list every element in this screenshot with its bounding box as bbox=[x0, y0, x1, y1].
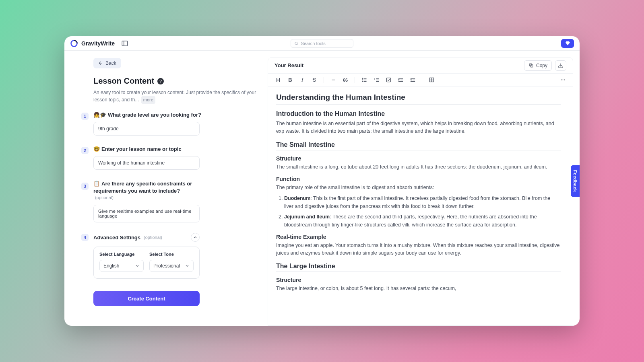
search-icon bbox=[294, 41, 299, 46]
svg-point-14 bbox=[362, 80, 363, 80]
doc-paragraph: The small intestine is a long, co tube a… bbox=[276, 163, 561, 171]
main-body: Back Lesson Content ? An easy tool to cr… bbox=[64, 51, 580, 326]
lesson-topic-input[interactable]: Working of the human intestine bbox=[93, 156, 200, 170]
doc-h3-rte: Real-time Example bbox=[276, 234, 561, 240]
ordered-list-icon bbox=[374, 77, 380, 83]
doc-paragraph: Imagine you eat an apple. Your stomach t… bbox=[276, 242, 561, 257]
svg-rect-1 bbox=[122, 41, 128, 46]
constraints-input[interactable]: Give me realtime examples and use real-t… bbox=[93, 205, 200, 222]
heading-button[interactable]: H bbox=[273, 75, 283, 85]
search-box[interactable] bbox=[291, 39, 353, 48]
svg-point-29 bbox=[561, 80, 561, 80]
italic-button[interactable]: I bbox=[297, 75, 308, 85]
step-2-label: 🤓 Enter your lesson name or topic bbox=[93, 146, 256, 152]
download-icon bbox=[558, 63, 564, 68]
hr-button[interactable] bbox=[328, 75, 339, 85]
list-item: Duodenum: This is the first part of the … bbox=[284, 194, 561, 210]
svg-point-13 bbox=[362, 78, 363, 78]
doc-h3-structure: Structure bbox=[276, 155, 561, 162]
back-label: Back bbox=[105, 60, 116, 66]
doc-h2-intro: Introduction to the Human Intestine bbox=[276, 110, 561, 117]
tone-select[interactable]: Professional bbox=[149, 260, 194, 272]
topbar: GravityWrite bbox=[64, 36, 580, 51]
grade-level-input[interactable]: 9th grade bbox=[93, 122, 200, 136]
minus-icon bbox=[330, 77, 336, 83]
step-2-badge: 2 bbox=[81, 147, 89, 154]
search-input[interactable] bbox=[301, 41, 350, 46]
toolbar-separator bbox=[422, 77, 422, 83]
diamond-icon bbox=[565, 41, 570, 46]
toolbar-separator bbox=[324, 77, 324, 83]
logo-icon bbox=[70, 39, 78, 47]
svg-line-4 bbox=[297, 44, 298, 45]
svg-rect-19 bbox=[386, 78, 390, 82]
step-3-badge: 3 bbox=[81, 183, 89, 190]
outdent-icon bbox=[410, 77, 416, 83]
indent-button[interactable] bbox=[395, 75, 406, 85]
step-1-badge: 1 bbox=[81, 113, 89, 120]
numbered-list-button[interactable] bbox=[371, 75, 382, 85]
bullet-list-button[interactable] bbox=[359, 75, 369, 85]
advanced-settings-card: Select Language English Select Tone Prof… bbox=[93, 247, 200, 279]
arrow-left-icon bbox=[98, 61, 103, 66]
advanced-toggle-button[interactable] bbox=[191, 233, 200, 242]
indent-icon bbox=[398, 77, 404, 83]
page-title: Lesson Content bbox=[93, 76, 154, 86]
language-select[interactable]: English bbox=[99, 260, 144, 272]
step-3-label: 📋Are there any specific constraints or r… bbox=[93, 180, 200, 201]
form-panel: Back Lesson Content ? An easy tool to cr… bbox=[64, 51, 268, 326]
create-content-button[interactable]: Create Content bbox=[93, 291, 200, 306]
app-window: GravityWrite Back Lesson Content ? An ea… bbox=[64, 36, 580, 326]
checklist-button[interactable] bbox=[383, 75, 394, 85]
doc-h3-function: Function bbox=[276, 176, 561, 182]
advanced-settings-label: Advanced Settings (optional) bbox=[93, 234, 162, 241]
quote-button[interactable]: 66 bbox=[340, 75, 351, 85]
help-icon[interactable]: ? bbox=[157, 78, 164, 84]
outdent-button[interactable] bbox=[407, 75, 418, 85]
more-button[interactable] bbox=[557, 75, 568, 85]
doc-h2-large: The Large Intestine bbox=[276, 263, 561, 272]
checkbox-icon bbox=[386, 77, 392, 83]
back-button[interactable]: Back bbox=[93, 58, 121, 68]
brand-logo[interactable]: GravityWrite bbox=[70, 39, 115, 47]
doc-paragraph: The large intestine, or colon, is about … bbox=[276, 285, 561, 292]
result-panel: Your Result Copy H B I S 66 bbox=[268, 57, 573, 326]
more-button[interactable]: more bbox=[141, 96, 155, 104]
bold-button[interactable]: B bbox=[285, 75, 295, 85]
brand-name: GravityWrite bbox=[81, 40, 115, 47]
page-description: An easy tool to create your lesson conte… bbox=[93, 90, 256, 103]
table-icon bbox=[429, 77, 435, 83]
svg-point-30 bbox=[562, 80, 563, 80]
step-1-label: 👧🎓 What grade level are you looking for? bbox=[93, 112, 256, 118]
chevron-down-icon bbox=[135, 263, 140, 268]
toolbar-separator bbox=[355, 77, 355, 83]
doc-paragraph: The primary role of the small intestine … bbox=[276, 184, 561, 191]
svg-point-31 bbox=[564, 80, 565, 80]
doc-h2-small: The Small Intestine bbox=[276, 141, 561, 150]
svg-point-3 bbox=[295, 42, 297, 44]
svg-point-15 bbox=[362, 81, 363, 82]
list-item: Jejunum and Ileum: These are the second … bbox=[284, 213, 561, 229]
document-content[interactable]: Understanding the Human Intestine Introd… bbox=[268, 86, 573, 325]
chevron-up-icon bbox=[193, 235, 198, 240]
feedback-tab[interactable]: Feedback bbox=[571, 165, 580, 197]
doc-ordered-list: Duodenum: This is the first part of the … bbox=[284, 194, 561, 229]
editor-toolbar: H B I S 66 bbox=[268, 74, 573, 86]
download-button[interactable] bbox=[555, 60, 566, 71]
result-header: Your Result Copy bbox=[268, 58, 573, 74]
strikethrough-button[interactable]: S bbox=[309, 75, 320, 85]
copy-button[interactable]: Copy bbox=[524, 60, 552, 71]
dots-icon bbox=[560, 77, 566, 83]
panel-toggle-icon[interactable] bbox=[121, 40, 128, 47]
chevron-down-icon bbox=[185, 263, 190, 268]
premium-button[interactable] bbox=[561, 39, 574, 48]
tone-label: Select Tone bbox=[149, 252, 194, 257]
language-label: Select Language bbox=[99, 252, 144, 257]
divider bbox=[276, 104, 561, 105]
copy-icon bbox=[528, 63, 534, 68]
doc-paragraph: The human intestine is an essential part… bbox=[276, 120, 561, 136]
step-4-badge: 4 bbox=[81, 234, 89, 241]
doc-h3-large-structure: Structure bbox=[276, 277, 561, 283]
table-button[interactable] bbox=[426, 75, 437, 85]
doc-h1: Understanding the Human Intestine bbox=[276, 93, 561, 102]
